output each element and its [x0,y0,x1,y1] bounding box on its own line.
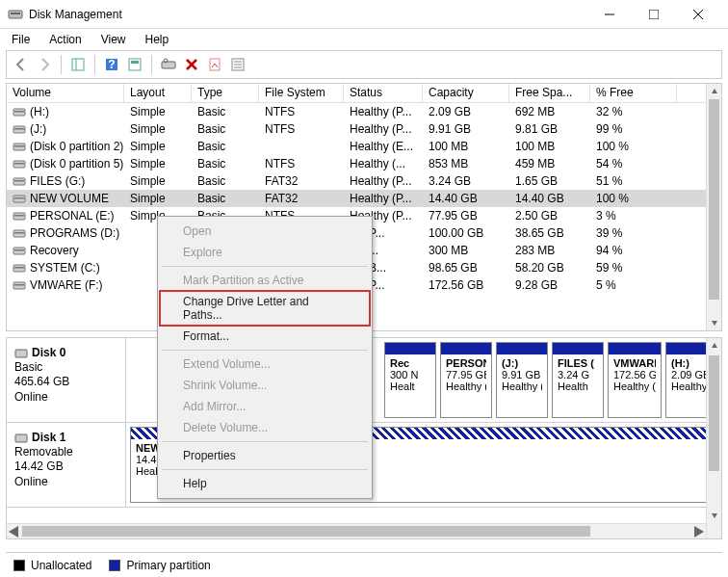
disk-name: Disk 1 [32,431,65,444]
cell-free: 38.65 GB [509,226,590,240]
cell-pct: 100 % [590,140,677,153]
minimize-button[interactable] [587,0,632,29]
menu-separator [162,350,368,351]
drive-icon [13,278,26,292]
legend-swatch-unallocated [13,560,25,571]
partition[interactable]: FILES (3.24 GHealth [552,342,604,418]
partition-name: FILES ( [558,357,598,369]
col-pctfree[interactable]: % Free [590,84,677,102]
drive-icon [13,244,26,257]
cell-layout: Simple [124,105,192,118]
properties-icon[interactable] [204,54,225,75]
partition-status: Healt [390,380,430,392]
volume-row[interactable]: (Disk 0 partition 5)SimpleBasicNTFSHealt… [7,155,721,172]
context-menu-item: Mark Partition as Active [160,270,370,291]
back-button[interactable] [11,54,32,75]
partition[interactable]: (J:)9.91 GB NHealthy ( [496,342,548,418]
cell-capacity: 853 MB [423,157,509,170]
context-menu-item[interactable]: Change Drive Letter and Paths... [160,291,370,326]
volume-name: (J:) [30,122,46,136]
show-hide-console-tree-button[interactable] [67,54,89,75]
col-capacity[interactable]: Capacity [423,84,509,102]
cell-free: 9.81 GB [509,122,590,136]
svg-rect-22 [14,128,24,130]
legend-unallocated: Unallocated [31,559,91,572]
drive-icon [13,105,26,118]
disk-icon [14,347,28,360]
disk-status: Online [14,475,117,490]
col-filesystem[interactable]: File System [259,84,344,102]
drive-icon [13,157,26,170]
cell-status: Healthy (P... [344,105,423,118]
cell-type: Basic [192,192,259,205]
col-volume[interactable]: Volume [7,84,124,102]
context-menu-item: Delete Volume... [160,417,370,438]
context-menu-item[interactable]: Properties [160,445,370,466]
cell-capacity: 172.56 GB [423,278,509,292]
graph-scrollbar-v[interactable] [706,338,721,538]
refresh-button[interactable] [124,54,145,75]
cell-layout: Simple [124,157,192,170]
cell-pct: 59 % [590,261,677,275]
svg-rect-42 [15,434,27,442]
volume-row[interactable]: NEW VOLUMESimpleBasicFAT32Healthy (P...1… [7,190,721,207]
help-button[interactable]: ? [101,54,122,75]
volume-row[interactable]: FILES (G:)SimpleBasicFAT32Healthy (P...3… [7,172,721,190]
cell-status: Healthy (P... [344,122,423,136]
partition[interactable]: PERSONAL77.95 GB NTHealthy (Pri [440,342,492,418]
context-menu-item: Extend Volume... [160,354,370,375]
menu-help[interactable]: Help [136,31,179,48]
legend: Unallocated Primary partition [6,552,722,577]
svg-rect-26 [14,163,24,165]
col-type[interactable]: Type [192,84,259,102]
svg-rect-41 [15,350,27,357]
volume-row[interactable]: (Disk 0 partition 2)SimpleBasicHealthy (… [7,138,721,155]
cell-type: Basic [192,174,259,188]
list-icon[interactable] [227,54,248,75]
disk-size: 14.42 GB [14,459,117,475]
menu-separator [162,266,368,267]
disk-label[interactable]: Disk 0Basic465.64 GBOnline [7,338,126,422]
window-title: Disk Management [29,8,587,21]
volume-row[interactable]: (J:)SimpleBasicNTFSHealthy (P...9.91 GB9… [7,120,721,138]
context-menu-item: Shrink Volume... [160,375,370,396]
disk-size: 465.64 GB [14,375,117,390]
cell-free: 58.20 GB [509,261,590,275]
col-status[interactable]: Status [344,84,423,102]
graph-scrollbar-h[interactable] [7,523,706,538]
settings-button[interactable] [158,54,179,75]
partition[interactable]: Rec300 NHealt [384,342,436,418]
maximize-button[interactable] [632,0,676,29]
app-icon [8,7,23,22]
context-menu-item[interactable]: Format... [160,326,370,347]
menu-action[interactable]: Action [39,31,91,48]
col-layout[interactable]: Layout [124,84,192,102]
menu-view[interactable]: View [91,31,136,48]
delete-icon[interactable] [181,54,202,75]
cell-free: 283 MB [509,244,590,257]
cell-layout: Simple [124,140,192,153]
svg-rect-10 [129,59,141,70]
close-button[interactable] [676,0,720,29]
cell-pct: 5 % [590,278,677,292]
cell-type: Basic [192,105,259,118]
context-menu-item[interactable]: Help [160,473,370,494]
cell-fs: FAT32 [259,192,344,205]
cell-pct: 32 % [590,105,677,118]
list-scrollbar[interactable] [706,84,721,330]
cell-pct: 51 % [590,174,677,188]
disk-label[interactable]: Disk 1Removable14.42 GBOnline [7,423,126,507]
cell-capacity: 300 MB [423,244,509,257]
svg-rect-14 [210,59,220,70]
context-menu-item: Open [160,221,370,242]
col-freespace[interactable]: Free Spa... [509,84,590,102]
menu-file[interactable]: File [2,31,39,48]
partition[interactable]: VMWARE (F172.56 GB NTHealthy (Prin [608,342,662,418]
disk-status: Online [14,390,117,406]
svg-rect-24 [14,145,24,147]
partition-status: Healthy ( [502,380,542,392]
forward-button[interactable] [34,54,55,75]
volume-row[interactable]: (H:)SimpleBasicNTFSHealthy (P...2.09 GB6… [7,103,721,120]
drive-icon [13,122,26,136]
cell-free: 14.40 GB [509,192,590,205]
